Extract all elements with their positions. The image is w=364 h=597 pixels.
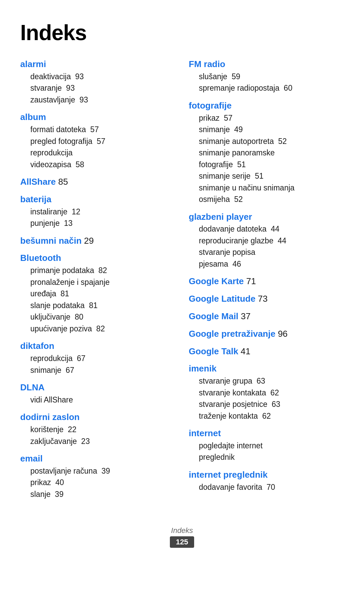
sub-item: pregled fotografija 57 — [20, 136, 175, 147]
sub-item: slušanje 59 — [189, 71, 344, 83]
index-entry: alarmideaktivacija 93stvaranje 93zaustav… — [20, 59, 175, 106]
sub-item: reprodukcijavideozapisa 58 — [20, 147, 175, 170]
sub-item: vidi AllShare — [20, 394, 175, 406]
index-entry: albumformati datoteka 57pregled fotograf… — [20, 112, 175, 170]
entry-header: alarmi — [20, 59, 175, 70]
entry-header: Google Karte 71 — [189, 276, 344, 287]
sub-item: reprodukcija 67 — [20, 353, 175, 364]
index-entry: diktafonreprodukcija 67snimanje 67 — [20, 340, 175, 376]
entry-header: baterija — [20, 194, 175, 205]
entry-header: glazbeni player — [189, 211, 344, 223]
sub-item: snimanje 67 — [20, 364, 175, 376]
sub-item: snimanje u načinu snimanjaosmijeha 52 — [189, 182, 344, 205]
sub-item: postavljanje računa 39 — [20, 465, 175, 477]
sub-item: formati datoteka 57 — [20, 124, 175, 136]
entry-header: email — [20, 453, 175, 465]
sub-item: snimanje 49 — [189, 124, 344, 136]
index-entry: emailpostavljanje računa 39prikaz 40slan… — [20, 453, 175, 500]
sub-item: stvaranje grupa 63 — [189, 375, 344, 387]
index-entry: Bluetoothprimanje podataka 82pronalaženj… — [20, 252, 175, 334]
entry-header: Google pretraživanje 96 — [189, 328, 344, 340]
sub-item: korištenje 22 — [20, 424, 175, 436]
sub-item: slanje podataka 81 — [20, 300, 175, 311]
entry-header: Bluetooth — [20, 252, 175, 264]
index-entry: Google pretraživanje 96 — [189, 328, 344, 340]
entry-header: imenik — [189, 363, 344, 375]
index-entry: bešumni način 29 — [20, 235, 175, 247]
footer: Indeks 125 — [20, 526, 344, 548]
entry-header: dodirni zaslon — [20, 412, 175, 423]
entry-header: DLNA — [20, 382, 175, 393]
entry-header: fotografije — [189, 100, 344, 112]
index-entry: imenikstvaranje grupa 63stvaranje kontak… — [189, 363, 344, 422]
entry-header: AllShare 85 — [20, 176, 175, 188]
sub-item: prikaz 40 — [20, 477, 175, 488]
index-entry: internet preglednikdodavanje favorita 70 — [189, 469, 344, 493]
sub-item: prikaz 57 — [189, 112, 344, 124]
sub-item: snimanje panoramskefotografije 51 — [189, 147, 344, 170]
entry-header: internet preglednik — [189, 469, 344, 481]
sub-item: upućivanje poziva 82 — [20, 323, 175, 335]
sub-item: slanje 39 — [20, 488, 175, 500]
sub-item: dodavanje favorita 70 — [189, 481, 344, 493]
sub-item: reproduciranje glazbe 44 — [189, 235, 344, 247]
footer-label: Indeks — [20, 526, 344, 535]
entry-header: Google Mail 37 — [189, 311, 344, 322]
index-entry: Google Karte 71 — [189, 276, 344, 287]
entry-header: Google Latitude 73 — [189, 293, 344, 305]
entry-header: album — [20, 112, 175, 123]
entry-header: bešumni način 29 — [20, 235, 175, 247]
page-title: Indeks — [20, 20, 344, 45]
index-entry: Google Talk 41 — [189, 346, 344, 357]
sub-item: pronalaženje i spajanjeuređaja 81 — [20, 276, 175, 300]
sub-item: instaliranje 12 — [20, 206, 175, 218]
entry-header: diktafon — [20, 340, 175, 352]
sub-item: pogledajte internetpreglednik — [189, 440, 344, 463]
index-entry: DLNAvidi AllShare — [20, 382, 175, 406]
sub-item: stvaranje popisapjesama 46 — [189, 246, 344, 270]
sub-item: zaključavanje 23 — [20, 436, 175, 447]
sub-item: stvaranje kontakata 62 — [189, 387, 344, 399]
index-entry: glazbeni playerdodavanje datoteka 44repr… — [189, 211, 344, 270]
sub-item: traženje kontakta 62 — [189, 410, 344, 422]
sub-item: snimanje serije 51 — [189, 170, 344, 182]
sub-item: deaktivacija 93 — [20, 71, 175, 83]
sub-item: punjenje 13 — [20, 217, 175, 229]
index-entry: baterijainstaliranje 12punjenje 13 — [20, 194, 175, 229]
sub-item: dodavanje datoteka 44 — [189, 223, 344, 235]
index-entry: Google Latitude 73 — [189, 293, 344, 305]
sub-item: spremanje radiopostaja 60 — [189, 82, 344, 94]
index-entry: dodirni zaslonkorištenje 22zaključavanje… — [20, 412, 175, 447]
sub-item: stvaranje posjetnice 63 — [189, 398, 344, 410]
right-column: FM radioslušanje 59spremanje radiopostaj… — [189, 59, 344, 506]
index-entry: AllShare 85 — [20, 176, 175, 188]
index-container: alarmideaktivacija 93stvaranje 93zaustav… — [20, 59, 344, 506]
entry-header: FM radio — [189, 59, 344, 70]
sub-item: snimanje autoportreta 52 — [189, 136, 344, 147]
entry-header: Google Talk 41 — [189, 346, 344, 357]
sub-item: zaustavljanje 93 — [20, 94, 175, 106]
footer-page: 125 — [170, 536, 194, 548]
left-column: alarmideaktivacija 93stvaranje 93zaustav… — [20, 59, 175, 506]
index-entry: FM radioslušanje 59spremanje radiopostaj… — [189, 59, 344, 94]
index-entry: Google Mail 37 — [189, 311, 344, 322]
sub-item: primanje podataka 82 — [20, 265, 175, 276]
entry-header: internet — [189, 428, 344, 439]
sub-item: stvaranje 93 — [20, 82, 175, 94]
sub-item: uključivanje 80 — [20, 311, 175, 323]
index-entry: internetpogledajte internetpreglednik — [189, 428, 344, 463]
index-entry: fotografijeprikaz 57snimanje 49snimanje … — [189, 100, 344, 205]
